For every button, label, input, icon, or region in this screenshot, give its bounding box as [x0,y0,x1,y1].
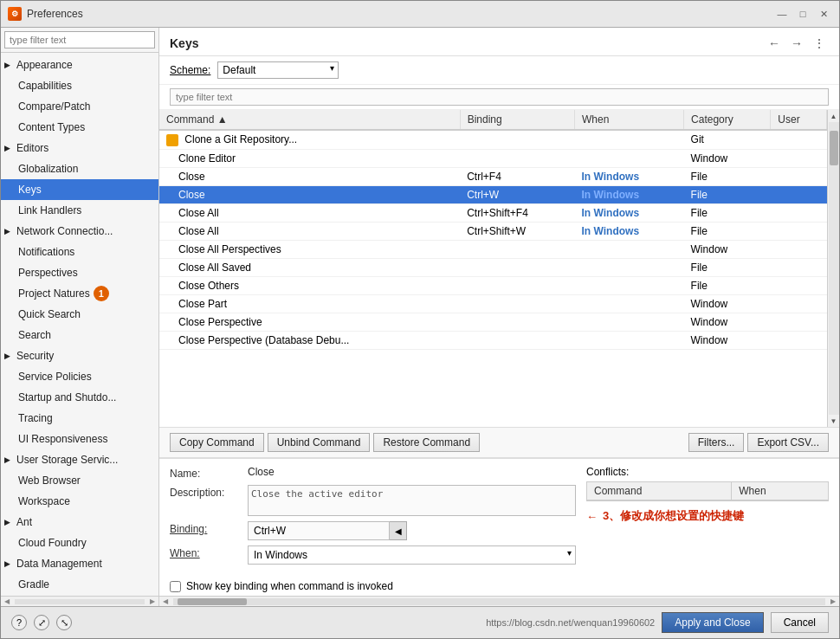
sidebar-item-content-types[interactable]: Content Types [1,117,158,138]
scheme-select-wrap: Default [217,61,339,79]
footer: ? ⤢ ⤡ https://blog.csdn.net/wenquan19960… [1,606,839,638]
sidebar-item-compare-patch[interactable]: Compare/Patch [1,96,158,117]
filters-button[interactable]: Filters... [688,433,745,452]
sidebar-item-network-connection[interactable]: ▶ Network Connectio... [1,221,158,242]
sidebar-item-data-management[interactable]: ▶ Data Management [1,553,158,574]
copy-command-button[interactable]: Copy Command [170,433,264,452]
cancel-button[interactable]: Cancel [771,612,829,633]
sidebar-item-quick-search[interactable]: Quick Search [1,304,158,325]
sidebar-item-capabilities[interactable]: Capabilities [1,75,158,96]
sidebar-item-web-browser[interactable]: Web Browser [1,470,158,491]
binding-label: Binding: [170,521,248,535]
content-area: ▶ Appearance Capabilities Compare/Patch … [1,28,839,606]
table-row[interactable]: Close All Saved File [159,258,827,276]
table-wrap: Command ▲ Binding When Category User [159,110,827,427]
restore-command-button[interactable]: Restore Command [373,433,480,452]
scroll-down-button[interactable]: ▼ [828,415,840,427]
git-icon [166,134,178,146]
sidebar-item-service-policies[interactable]: Service Policies [1,366,158,387]
col-user[interactable]: User [771,110,827,130]
minimize-button[interactable]: — [773,6,791,22]
sidebar-item-search[interactable]: Search [1,325,158,345]
help-icon[interactable]: ? [11,615,27,630]
table-row[interactable]: Close Ctrl+F4 In Windows File [159,167,827,185]
when-select[interactable]: In Windows Always In Dialogs In Windows … [248,545,576,565]
col-binding[interactable]: Binding [460,110,574,130]
table-row[interactable]: Close All Ctrl+Shift+F4 In Windows File [159,203,827,222]
preferences-window: ⚙ Preferences — □ ✕ ▶ Appearance Capabil… [0,0,840,639]
export-csv-button[interactable]: Export CSV... [747,433,829,452]
description-textarea[interactable]: Close the active editor [248,485,576,516]
table-row[interactable]: Close Perspective (Database Debu... Wind… [159,331,827,349]
scroll-up-button[interactable]: ▲ [828,110,840,122]
table-row[interactable]: Close All Perspectives Window [159,240,827,258]
table-row[interactable]: Clone a Git Repository... Git [159,130,827,149]
sidebar-tree: ▶ Appearance Capabilities Compare/Patch … [1,53,158,596]
table-row[interactable]: Close Part Window [159,294,827,313]
maximize-button[interactable]: □ [794,6,811,22]
table-row[interactable]: Clone Editor Window [159,149,827,167]
scroll-track [829,122,839,415]
name-value: Close [248,466,576,478]
conflicts-label: Conflicts: [586,466,829,478]
sidebar-item-link-handlers[interactable]: Link Handlers [1,200,158,221]
h-scroll-thumb [178,598,247,605]
sidebar-item-editors[interactable]: ▶ Editors [1,138,158,158]
table-row[interactable]: Close Others File [159,276,827,294]
footer-url: https://blog.csdn.net/wenquan19960602 [486,617,655,628]
table-row[interactable]: Close Perspective Window [159,313,827,331]
close-window-button[interactable]: ✕ [815,6,832,22]
name-label: Name: [170,466,248,480]
sidebar-item-keys[interactable]: Keys [1,179,158,200]
apply-close-button[interactable]: Apply and Close [662,612,763,633]
app-icon: ⚙ [8,7,22,21]
detail-right: Conflicts: Command When [586,466,829,570]
scroll-thumb [830,131,838,165]
table-row-selected[interactable]: Close Ctrl+W In Windows File [159,185,827,203]
show-binding-checkbox[interactable] [170,581,181,592]
sidebar-item-appearance[interactable]: ▶ Appearance [1,55,158,75]
keys-filter-input[interactable] [170,88,829,106]
sidebar-item-ui-responsiveness[interactable]: UI Responsiveness [1,429,158,449]
sidebar-item-notifications[interactable]: Notifications [1,242,158,262]
main-header: Keys ← → ⋮ [159,28,839,56]
sidebar-filter-input[interactable] [4,31,155,48]
nav-menu-button[interactable]: ⋮ [810,35,829,52]
sidebar-item-gradle[interactable]: Gradle [1,574,158,595]
nav-back-button[interactable]: ← [765,35,784,52]
vertical-scrollbar: ▲ ▼ [827,110,839,427]
binding-input[interactable] [248,521,390,540]
when-select-wrap: In Windows Always In Dialogs In Windows … [248,545,576,565]
sidebar-item-cloud-foundry[interactable]: Cloud Foundry [1,532,158,553]
nav-forward-button[interactable]: → [787,35,806,52]
expand-arrow-icon: ▶ [4,56,15,74]
sidebar-item-startup-shutdown[interactable]: Startup and Shutdo... [1,387,158,408]
annotation-3: ← 3、修改成你想设置的快捷键 [586,508,829,524]
table-header-row: Command ▲ Binding When Category User [159,110,827,130]
unbind-command-button[interactable]: Unbind Command [268,433,371,452]
sidebar-item-ant[interactable]: ▶ Ant [1,512,158,532]
table-row[interactable]: Close All Ctrl+Shift+W In Windows File [159,222,827,240]
sidebar-item-security[interactable]: ▶ Security [1,345,158,366]
sidebar-item-perspectives[interactable]: Perspectives [1,262,158,283]
scheme-select[interactable]: Default [217,61,339,79]
table-and-scroll: Command ▲ Binding When Category User [159,110,839,427]
col-when[interactable]: When [575,110,684,130]
export-icon[interactable]: ⤡ [56,615,72,630]
sidebar-item-globalization[interactable]: Globalization [1,158,158,179]
sidebar-item-workspace[interactable]: Workspace [1,491,158,512]
description-row: Description: Close the active editor [170,485,576,516]
h-scroll-track [173,598,825,605]
col-category[interactable]: Category [684,110,771,130]
sidebar: ▶ Appearance Capabilities Compare/Patch … [1,28,159,606]
restore-defaults-icon[interactable]: ⤢ [34,615,49,630]
sidebar-item-user-storage-svc[interactable]: ▶ User Storage Servic... [1,449,158,470]
expand-arrow-icon: ▶ [4,451,15,468]
col-command[interactable]: Command ▲ [159,110,460,130]
binding-arrow-button[interactable]: ◀ [390,521,407,540]
checkbox-row: Show key binding when command is invoked [159,577,839,596]
sidebar-item-project-natures[interactable]: Project Natures1 [1,283,158,304]
filter-row [159,85,839,110]
show-binding-label: Show key binding when command is invoked [186,580,393,592]
sidebar-item-tracing[interactable]: Tracing [1,408,158,429]
